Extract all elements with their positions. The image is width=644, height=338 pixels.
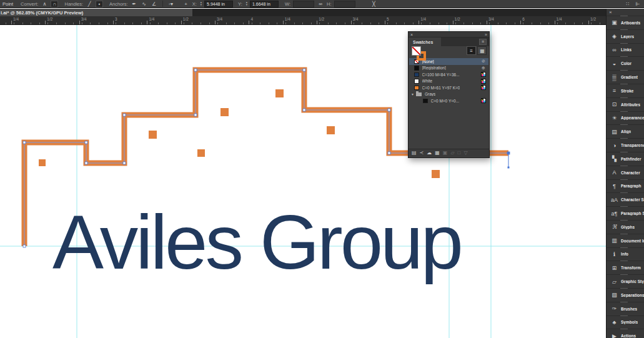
ruler-major-tick: [79, 21, 80, 24]
dock-item-glyphs[interactable]: ℜGlyphs: [607, 220, 644, 234]
close-icon[interactable]: ×: [410, 32, 413, 37]
dock-item-brushes[interactable]: ✑Brushes: [607, 302, 644, 316]
dock-item-symbols[interactable]: ♣Symbols: [607, 316, 644, 329]
panel-menu-icon[interactable]: ≡: [479, 39, 487, 45]
selected-anchor-point[interactable]: [507, 152, 510, 154]
direction-handle-end[interactable]: [508, 167, 510, 169]
selection-style-button[interactable]: ▫▾: [167, 1, 175, 7]
confetti-square[interactable]: [327, 126, 335, 134]
fill-proxy[interactable]: [412, 46, 421, 56]
color-themes-icon[interactable]: ▦: [435, 149, 440, 157]
dock-item-paragraph[interactable]: ¶Paragraph: [607, 179, 644, 193]
dock-item-attributes[interactable]: ⊡Attributes: [607, 97, 644, 111]
dock-item-color[interactable]: ◒Color: [607, 56, 644, 70]
anchor-point[interactable]: [388, 152, 390, 154]
link-dimensions-icon[interactable]: ∞: [317, 1, 324, 7]
collapse-panels-button[interactable]: ⊩: [634, 1, 642, 7]
dock-close-icon[interactable]: ×: [609, 9, 612, 15]
ruler-tick: [379, 22, 379, 24]
artboard-canvas[interactable]: Aviles Group: [0, 25, 606, 338]
dock-item-graphic-styles[interactable]: ▱Graphic Styles: [607, 274, 644, 288]
dock-item-info[interactable]: ℹInfo: [607, 247, 644, 261]
swatch-row[interactable]: C=0 M=61 Y=97 K=0: [409, 84, 488, 91]
cc-libraries-icon[interactable]: ☁: [427, 149, 432, 157]
anchor-point[interactable]: [303, 109, 305, 111]
ruler-tick-label: 3/4: [217, 17, 222, 21]
dock-item-character[interactable]: ACharacter: [607, 166, 644, 179]
anchor-point[interactable]: [194, 69, 197, 71]
anchor-point[interactable]: [194, 114, 197, 116]
swatch-kinds-menu-icon[interactable]: ≺: [420, 149, 424, 157]
anchor-point[interactable]: [123, 114, 126, 116]
list-view-button[interactable]: ≡: [467, 46, 476, 55]
tab-swatches[interactable]: Swatches: [409, 37, 441, 46]
x-stepper[interactable]: ▴▾: [201, 1, 202, 6]
swatch-libraries-menu-icon[interactable]: ▤: [412, 149, 417, 157]
collapse-icon[interactable]: »: [485, 32, 487, 37]
dock-item-actions[interactable]: ▶Actions: [607, 329, 644, 338]
swatch-chip: [414, 72, 419, 77]
swatch-row[interactable]: [Registration]⊕: [409, 65, 488, 72]
convert-corner-button[interactable]: ∧: [41, 1, 48, 7]
corner-anchor-button[interactable]: ∠: [151, 1, 158, 7]
smooth-anchor-button[interactable]: ∿: [141, 1, 148, 7]
anchor-point[interactable]: [23, 245, 26, 247]
swatch-chip: [414, 66, 419, 71]
horizontal-ruler[interactable]: 1/41/23/431/41/23/441/41/23/451/41/23/46…: [0, 16, 606, 25]
snap-grid-button[interactable]: ∷: [624, 1, 632, 7]
dock-item-layers[interactable]: ◈Layers: [607, 29, 644, 43]
confetti-square[interactable]: [149, 131, 157, 139]
dock-item-stroke[interactable]: ≡Stroke: [607, 84, 644, 97]
grid-view-button[interactable]: ▦: [477, 46, 487, 55]
dock-item-gradient[interactable]: ▒Gradient: [607, 70, 644, 84]
dock-item-document-info[interactable]: ▥Document Info: [607, 234, 644, 247]
x-input[interactable]: 5.9448 in: [204, 1, 233, 7]
w-input[interactable]: [293, 1, 314, 7]
y-input[interactable]: 1.6648 in: [250, 1, 279, 7]
dock-item-separations-preview[interactable]: ▧Separations P...: [607, 288, 644, 302]
logo-text[interactable]: Aviles Group: [52, 204, 461, 281]
dock-item-transform[interactable]: ⊞Transform: [607, 261, 644, 274]
hide-handles-button[interactable]: ▪: [96, 1, 103, 7]
ruler-tick: [302, 22, 303, 24]
dock-item-links[interactable]: ∞Links: [607, 43, 644, 57]
swatch-row[interactable]: C=0 M=0 Y=0...: [409, 97, 488, 104]
swatch-row[interactable]: White: [409, 78, 488, 85]
y-stepper[interactable]: ▴▾: [246, 1, 247, 6]
dock-item-artboards[interactable]: ▣Artboards: [607, 16, 644, 29]
swatch-row[interactable]: C=100 M=84 Y=36...: [409, 71, 488, 78]
document-tab-bar: l.ai* @ 562.85% (CMYK/GPU Preview): [0, 9, 606, 16]
remove-anchor-button[interactable]: ✒: [131, 1, 138, 7]
dock-item-transparency[interactable]: ◑Transparency: [607, 138, 644, 152]
links-icon: ∞: [610, 47, 618, 53]
show-handles-button[interactable]: ╱: [86, 1, 93, 7]
confetti-square[interactable]: [432, 170, 440, 178]
confetti-square[interactable]: [220, 108, 229, 116]
confetti-square[interactable]: [275, 89, 284, 97]
anchor-point[interactable]: [388, 109, 390, 111]
h-input[interactable]: [334, 1, 355, 7]
ruler-tick: [472, 22, 473, 24]
anchor-point[interactable]: [123, 162, 126, 164]
dock-item-pathfinder[interactable]: ▚Pathfinder: [607, 152, 644, 166]
folder-icon: [416, 92, 422, 96]
chevron-down-icon[interactable]: ▾: [412, 92, 414, 96]
dock-item-align[interactable]: ▤Align: [607, 124, 644, 138]
constrain-button[interactable]: ╳: [370, 1, 378, 7]
dock-item-paragraph-styles[interactable]: a¶Paragraph St...: [607, 206, 644, 220]
swatches-panel-titlebar[interactable]: × »: [409, 32, 489, 37]
dock-item-character-styles[interactable]: aACharacter Sty...: [607, 192, 644, 206]
document-tab[interactable]: l.ai* @ 562.85% (CMYK/GPU Preview): [0, 9, 192, 16]
handles-label: Handles:: [64, 1, 83, 7]
anchor-point[interactable]: [23, 141, 26, 144]
reference-point-button[interactable]: +: [182, 1, 190, 7]
dock-item-appearance[interactable]: ☀Appearance: [607, 111, 644, 125]
convert-smooth-button[interactable]: ∩: [51, 1, 58, 7]
swatch-row[interactable]: ▾Grays: [409, 91, 488, 98]
anchor-point[interactable]: [85, 141, 87, 144]
confetti-square[interactable]: [39, 159, 46, 166]
swatches-footer: ▤≺☁▦▣▱□▽: [409, 149, 489, 157]
anchor-point[interactable]: [303, 69, 305, 71]
anchor-point[interactable]: [85, 162, 87, 164]
confetti-square[interactable]: [197, 149, 205, 157]
